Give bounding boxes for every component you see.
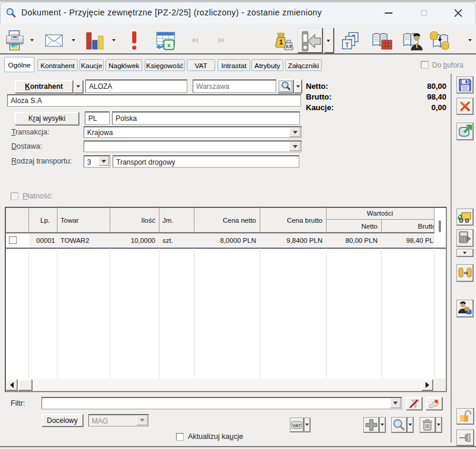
svg-text:0.5: 0.5 [286,44,292,49]
svg-text:x: x [167,41,171,49]
svg-text:1: 1 [279,39,283,46]
svg-text:VAT: VAT [292,423,301,428]
svg-text:T: T [345,41,349,49]
